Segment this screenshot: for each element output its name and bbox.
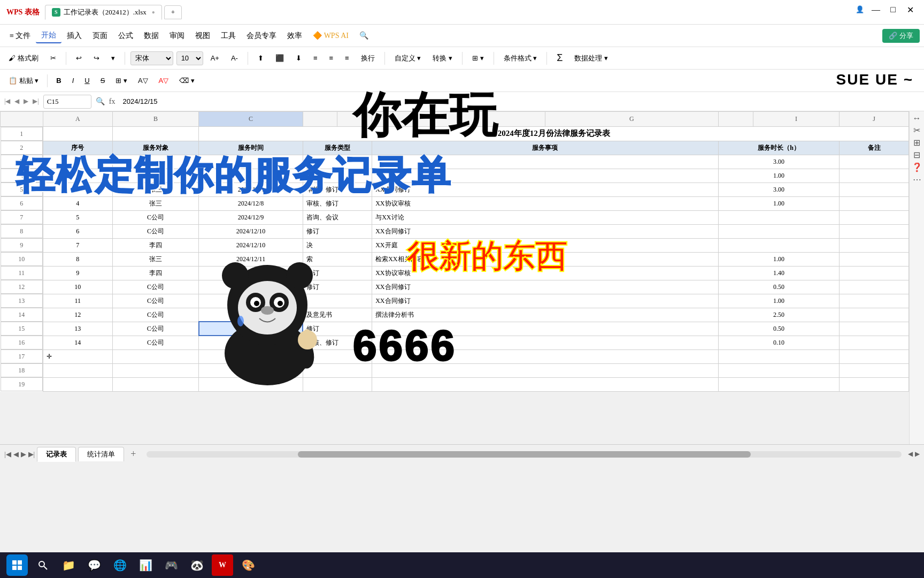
cell-i3[interactable]: 3.00 <box>718 155 840 169</box>
cell-f14[interactable]: 撰法律分析书 <box>372 308 719 322</box>
cell-a18[interactable] <box>43 363 113 377</box>
cell-j7[interactable] <box>840 210 909 224</box>
right-icon-help[interactable]: ❓ <box>912 162 922 172</box>
sum-button[interactable]: Σ <box>552 50 567 66</box>
font-decrease-button[interactable]: A- <box>227 52 242 64</box>
sheet-tab-records[interactable]: 记录表 <box>37 447 76 462</box>
taskbar-paint[interactable]: 🎨 <box>237 554 259 576</box>
cell-i16[interactable]: 0.10 <box>718 336 840 349</box>
formula-input[interactable] <box>119 95 920 109</box>
cell-f7[interactable]: 与XX讨论 <box>372 210 719 224</box>
cell-a13[interactable]: 11 <box>43 294 113 308</box>
cell-f12[interactable]: XX合同修订 <box>372 280 719 294</box>
cell-a10[interactable]: 8 <box>43 252 113 266</box>
cell-reference[interactable]: C15 <box>43 95 91 109</box>
taskbar-wechat[interactable]: 💬 <box>83 554 105 576</box>
cell-a15[interactable]: 13 <box>43 322 113 336</box>
cell-b13[interactable]: C公司 <box>112 294 199 308</box>
right-icon-minus[interactable]: ⊟ <box>913 150 920 160</box>
cell-d7[interactable]: 咨询、会议 <box>303 210 372 224</box>
nav-last-button[interactable]: ▶| <box>33 97 38 105</box>
right-icon-merge[interactable]: ⊞ <box>913 138 920 148</box>
menu-wps-ai[interactable]: 🔶 WPS AI <box>307 29 354 42</box>
cell-f13[interactable]: XX合同修订 <box>372 294 719 308</box>
cell-j8[interactable] <box>840 224 909 238</box>
col-header-d[interactable] <box>303 112 337 127</box>
col-header-j[interactable]: J <box>840 112 909 127</box>
cell-i11[interactable]: 1.40 <box>718 266 840 280</box>
font-selector[interactable]: 宋体 <box>130 51 173 65</box>
profile-icon[interactable]: 👤 <box>856 5 864 14</box>
cell-j15[interactable] <box>840 322 909 336</box>
add-sheet-button[interactable]: + <box>126 447 140 461</box>
taskbar-search[interactable] <box>32 554 53 576</box>
header-notes[interactable]: 备注 <box>840 141 909 155</box>
nav-first-button[interactable]: |◀ <box>4 97 10 105</box>
cell-b19[interactable] <box>112 377 199 391</box>
menu-data[interactable]: 数据 <box>138 29 164 43</box>
align-bottom-button[interactable]: ⬇ <box>291 52 306 64</box>
col-header-b[interactable]: B <box>112 112 199 127</box>
fill-color-button[interactable]: A▽ <box>134 74 152 87</box>
scroll-left-btn[interactable]: ◀ <box>908 450 913 458</box>
nav-last-sheet[interactable]: ▶| <box>28 450 35 459</box>
cell-i18[interactable] <box>718 363 840 377</box>
border-button[interactable]: ⊞ ▾ <box>111 74 132 87</box>
col-header-i[interactable]: I <box>753 112 840 127</box>
align-left-button[interactable]: ≡ <box>309 52 322 64</box>
cell-i14[interactable]: 2.50 <box>718 308 840 322</box>
scroll-right-btn[interactable]: ▶ <box>915 450 920 458</box>
menu-efficiency[interactable]: 效率 <box>282 29 307 43</box>
italic-button[interactable]: I <box>68 74 79 87</box>
wrap-button[interactable]: 换行 <box>357 51 379 65</box>
cell-i19[interactable] <box>718 377 840 391</box>
font-increase-button[interactable]: A+ <box>206 52 224 64</box>
menu-home[interactable]: 开始 <box>36 28 61 43</box>
menu-page[interactable]: 页面 <box>87 29 113 43</box>
cell-j6[interactable] <box>840 196 909 210</box>
cell-a12[interactable]: 10 <box>43 280 113 294</box>
add-tab-button[interactable]: + <box>164 5 182 19</box>
cell-j17[interactable] <box>840 349 909 363</box>
taskbar-game[interactable]: 🎮 <box>160 554 182 576</box>
nav-first-sheet[interactable]: |◀ <box>4 450 11 459</box>
cell-b12[interactable]: C公司 <box>112 280 199 294</box>
menu-file[interactable]: ≡ 文件 <box>4 29 36 43</box>
merge-button[interactable]: ⊞ ▾ <box>468 52 488 64</box>
redo-button[interactable]: ↪ <box>89 52 104 64</box>
cell-c8[interactable]: 2024/12/10 <box>199 224 303 238</box>
cell-a9[interactable]: 7 <box>43 238 113 252</box>
align-right-button[interactable]: ≡ <box>341 52 353 64</box>
minimize-button[interactable]: — <box>871 4 881 15</box>
nav-prev-sheet[interactable]: ◀ <box>13 450 19 459</box>
cell-j11[interactable] <box>840 266 909 280</box>
clear-button[interactable]: ⌫ ▾ <box>175 74 199 87</box>
cell-j14[interactable] <box>840 308 909 322</box>
col-header-a[interactable]: A <box>43 112 113 127</box>
cell-i17[interactable] <box>718 349 840 363</box>
cell-j4[interactable] <box>840 169 909 182</box>
nav-next-button[interactable]: ▶ <box>24 97 28 105</box>
horizontal-scrollbar[interactable] <box>147 451 902 458</box>
cell-i5[interactable]: 3.00 <box>718 182 840 196</box>
cell-b11[interactable]: 李四 <box>112 266 199 280</box>
cell-a14[interactable]: 12 <box>43 308 113 322</box>
menu-member[interactable]: 会员专享 <box>241 29 282 43</box>
align-middle-button[interactable]: ⬛ <box>271 52 288 64</box>
cell-b1[interactable] <box>112 127 199 141</box>
menu-review[interactable]: 审阅 <box>164 29 190 43</box>
cell-i4[interactable]: 1.00 <box>718 169 840 182</box>
cell-d8[interactable]: 修订 <box>303 224 372 238</box>
cell-a8[interactable]: 6 <box>43 224 113 238</box>
cell-j3[interactable] <box>840 155 909 169</box>
cell-i7[interactable] <box>718 210 840 224</box>
menu-insert[interactable]: 插入 <box>61 29 87 43</box>
cell-a17[interactable]: ✛ <box>43 349 113 363</box>
cell-b8[interactable]: C公司 <box>112 224 199 238</box>
menu-tools[interactable]: 工具 <box>215 29 241 43</box>
nav-next-sheet[interactable]: ▶ <box>21 450 26 459</box>
cell-c7[interactable]: 2024/12/9 <box>199 210 303 224</box>
strikethrough-button[interactable]: S <box>96 74 110 87</box>
cell-j12[interactable] <box>840 280 909 294</box>
scrollbar-thumb[interactable] <box>298 451 751 458</box>
